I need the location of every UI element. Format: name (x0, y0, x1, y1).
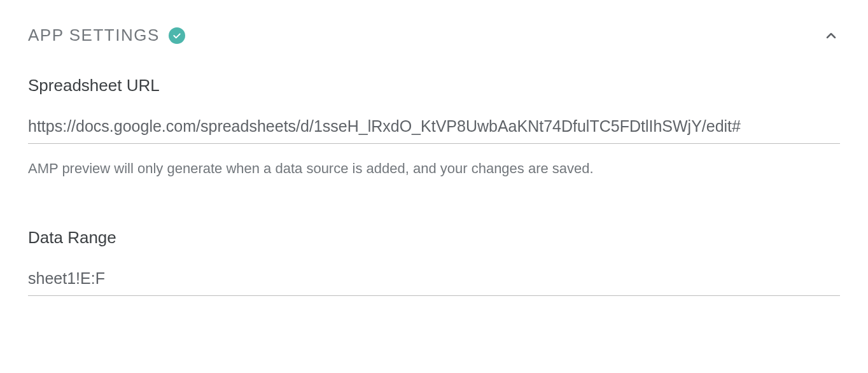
spreadsheet-help-text: AMP preview will only generate when a da… (28, 160, 840, 177)
section-title: APP SETTINGS (28, 25, 160, 45)
spreadsheet-url-field: Spreadsheet URL AMP preview will only ge… (28, 76, 840, 177)
data-range-input[interactable] (28, 265, 840, 296)
chevron-up-icon (823, 28, 839, 43)
data-range-field: Data Range (28, 228, 840, 296)
collapse-toggle[interactable] (822, 27, 840, 45)
spreadsheet-url-label: Spreadsheet URL (28, 76, 840, 95)
section-header: APP SETTINGS (28, 25, 840, 45)
header-left: APP SETTINGS (28, 25, 185, 45)
data-range-label: Data Range (28, 228, 840, 248)
spreadsheet-url-input[interactable] (28, 113, 840, 144)
check-badge-icon (169, 27, 185, 44)
